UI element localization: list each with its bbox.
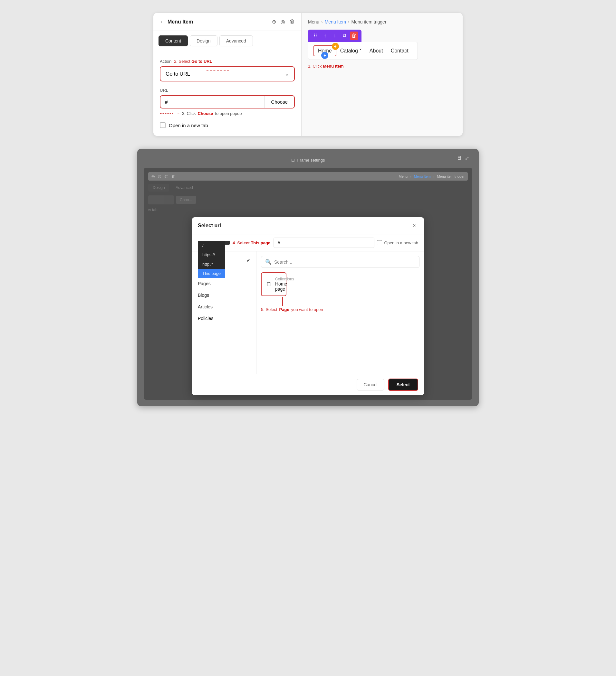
delete-icon[interactable]: 🗑 (350, 32, 358, 40)
modal-body: Collections ✓ Products Pages Blogs Artic… (192, 251, 424, 374)
tab-design[interactable]: Design (190, 36, 217, 46)
monitor-icon: 🖥 (457, 155, 462, 161)
header-actions: ⊕ ◎ 🗑 (272, 19, 295, 25)
sidebar-header: ← Menu Item ⊕ ◎ 🗑 (153, 13, 301, 31)
modal-title-bar: Select url × (192, 217, 424, 234)
url-type-http[interactable]: http:// (198, 260, 225, 269)
add-below-icon[interactable]: + (321, 52, 328, 59)
bg-menu-item-link: Menu Item (414, 174, 431, 178)
bg-choose-btn: Choo... (176, 196, 196, 204)
url-input-wrapper: 4. Select This page (233, 237, 374, 248)
bg-breadcrumb: Menu › Menu Item › Menu item trigger (399, 174, 465, 178)
tab-advanced[interactable]: Advanced (219, 36, 253, 46)
add-above-icon[interactable]: + (332, 43, 339, 50)
step4-annotation: 4. Select This page (233, 240, 270, 245)
nav-contact-item[interactable]: Contact (387, 46, 412, 56)
frame-icon: ⊡ (291, 158, 295, 163)
url-type-slash[interactable]: / (198, 241, 225, 250)
copy-icon[interactable]: ⧉ (340, 32, 349, 40)
page-name: Home page (275, 281, 294, 292)
nav-policies[interactable]: Policies (192, 313, 256, 324)
annotation-arrow-line (207, 65, 229, 71)
check-icon: ✓ (247, 258, 250, 263)
url-section: URL Choose → 3. Click Choose to open pop… (160, 88, 295, 116)
nav-articles[interactable]: Articles (192, 301, 256, 313)
step1-annotation: 1. Click Menu Item (308, 64, 418, 68)
tab-bar: Content Design Advanced (153, 31, 301, 51)
breadcrumb: Menu › Menu Item › Menu item trigger (308, 19, 456, 24)
grid-icon[interactable]: ⠿ (311, 32, 320, 40)
bg-eye-icon: ◎ (151, 174, 155, 179)
select-button[interactable]: Select (388, 379, 418, 391)
left-sidebar: ← Menu Item ⊕ ◎ 🗑 Content Design Advance… (153, 13, 302, 136)
url-input-row: Choose (160, 95, 295, 109)
modal-window: Select url × / https:// http:// This pag… (192, 217, 424, 395)
url-type-https[interactable]: https:// (198, 250, 225, 260)
page-type: Collections (275, 277, 294, 281)
choose-button[interactable]: Choose (264, 96, 294, 108)
page-item-wrapper: 🗒 Collections Home page (261, 272, 304, 296)
sidebar-title: Menu Item (167, 19, 193, 25)
url-type-thispage[interactable]: This page (198, 269, 225, 278)
frame-label: Frame settings (297, 158, 325, 163)
action-field-label: Action 2. Select Go to URL (160, 59, 295, 64)
arrow-down-icon[interactable]: ↓ (330, 32, 339, 40)
bottom-panel: ⊡ Frame settings 🖥 ⤢ ◎ ◎ 🏷 🗑 Menu › Menu… (137, 149, 479, 406)
bg-design-tab: Design (148, 184, 169, 191)
breadcrumb-menu-item[interactable]: Menu Item (325, 19, 346, 24)
tab-content[interactable]: Content (158, 36, 188, 46)
modal-right-content: 🔍 🗒 Collections Home page (256, 251, 424, 374)
bg-trash-icon: 🗑 (171, 174, 175, 179)
modal-backdrop: ◎ ◎ 🏷 🗑 Menu › Menu Item › Menu item tri… (144, 168, 472, 400)
search-icon: 🔍 (265, 259, 271, 265)
search-input[interactable] (274, 260, 415, 265)
bg-advanced-tab: Advanced (171, 184, 197, 191)
trash-icon[interactable]: 🗑 (290, 19, 295, 25)
page-info: Collections Home page (275, 277, 294, 292)
url-type-dropdown[interactable]: / https:// http:// This page (198, 241, 230, 245)
new-tab-row: Open in a new tab (160, 122, 295, 128)
bg-new-tab: w tab (148, 208, 468, 212)
bg-tag-icon: 🏷 (164, 174, 168, 179)
back-navigation[interactable]: ← Menu Item (160, 19, 193, 25)
bg-url-row: Choo... (148, 195, 468, 205)
url-field-label: URL (160, 88, 295, 93)
new-tab-checkbox-modal[interactable] (377, 240, 382, 245)
back-arrow-icon: ← (160, 19, 165, 25)
modal-close-button[interactable]: × (410, 222, 418, 229)
new-tab-checkbox[interactable] (160, 122, 166, 128)
dropdown-arrow-icon: ˅ (359, 48, 362, 54)
chevron-down-icon: ⌄ (285, 71, 289, 77)
new-tab-label: Open in a new tab (169, 123, 208, 128)
bg-nav-left: ◎ ◎ 🏷 🗑 (151, 174, 175, 179)
frame-right-icons: 🖥 ⤢ (457, 155, 469, 161)
nav-catalog-item[interactable]: Catalog ˅ (337, 46, 366, 56)
cancel-button[interactable]: Cancel (357, 379, 384, 390)
url-input[interactable] (160, 96, 264, 108)
nav-blogs[interactable]: Blogs (192, 289, 256, 301)
add-icon[interactable]: ⊕ (272, 19, 276, 25)
step5-annotation: 5. Select Page you want to open (261, 307, 419, 312)
nav-home-item[interactable]: Home + + (313, 45, 337, 56)
bg-tabs: Design Advanced (148, 184, 468, 191)
eye-icon[interactable]: ◎ (280, 19, 285, 25)
sidebar-content: Action 2. Select Go to URL Go to URL ⌄ U… (153, 51, 301, 136)
right-preview: Menu › Menu Item › Menu item trigger ⠿ ↑… (302, 13, 463, 136)
nav-about-item[interactable]: About (366, 46, 387, 56)
arrow-up-icon[interactable]: ↑ (321, 32, 329, 40)
page-item[interactable]: 🗒 Collections Home page (261, 272, 287, 296)
nav-pages[interactable]: Pages (192, 278, 256, 289)
modal-url-row: / https:// http:// This page 4. Select T… (192, 234, 424, 251)
nav-preview-wrapper: Home + + Catalog ˅ About Contact 1. Clic… (308, 42, 418, 68)
action-field-wrapper: Action 2. Select Go to URL Go to URL ⌄ (160, 59, 295, 81)
bg-url-input (148, 195, 174, 205)
bg-nav-bar: ◎ ◎ 🏷 🗑 Menu › Menu Item › Menu item tri… (148, 172, 468, 181)
breadcrumb-menu[interactable]: Menu (308, 19, 319, 24)
modal-footer: Cancel Select (192, 374, 424, 395)
breadcrumb-trigger: Menu item trigger (352, 19, 387, 24)
url-type-dropdown-wrapper: / https:// http:// This page (198, 241, 230, 245)
new-tab-checkbox-row: Open in a new tab (377, 240, 418, 245)
step2-annotation: 2. Select Go to URL (174, 59, 212, 64)
step5-arrow-line (282, 297, 283, 306)
url-hash-input[interactable] (273, 237, 374, 248)
